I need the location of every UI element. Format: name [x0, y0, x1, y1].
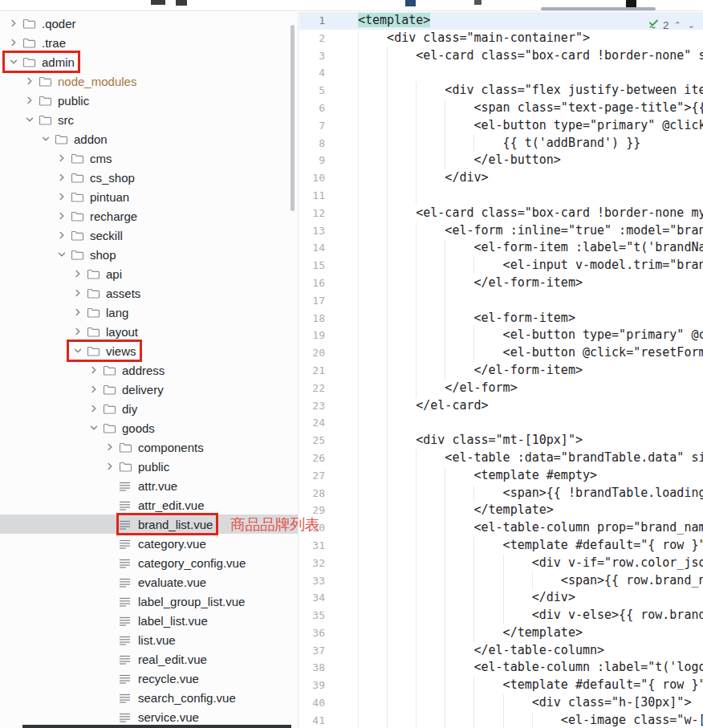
code-line[interactable]: 18<el-form-item>	[299, 310, 703, 327]
tree-item-assets[interactable]: assets	[0, 283, 298, 303]
tree-item-search_config.vue[interactable]: search_config.vue	[0, 688, 298, 707]
tree-item-category.vue[interactable]: category.vue	[0, 534, 298, 553]
code-line[interactable]: 21</el-form-item>	[299, 362, 703, 380]
chevron-down-icon[interactable]	[5, 57, 22, 67]
tree-item-label_group_list.vue[interactable]: label_group_list.vue	[0, 592, 298, 611]
tree-item-delivery[interactable]: delivery	[0, 380, 298, 399]
code-line[interactable]: 20<el-button @click="resetForm(s	[299, 344, 703, 362]
code-line[interactable]: 28<span>{{ !brandTable.loading ?	[299, 485, 703, 502]
code-line[interactable]: 16</el-form-item>	[299, 275, 703, 292]
horizontal-scrollbar-thumb[interactable]	[541, 7, 656, 10]
code-line[interactable]: 7<el-button type="primary" @click="addB	[299, 117, 703, 135]
code-line[interactable]: 27<template #empty>	[299, 467, 703, 485]
chevron-right-icon[interactable]	[21, 96, 39, 105]
code-line[interactable]: 34</div>	[299, 589, 703, 607]
code-line[interactable]: 22</el-form>	[299, 380, 703, 397]
chevron-right-icon[interactable]	[101, 442, 119, 452]
code-line[interactable]: 41<el-image class="w-[30	[299, 712, 703, 728]
code-line[interactable]: 4	[299, 64, 703, 82]
code-line[interactable]: 6<span class="text-page-title">{{ pageN	[299, 100, 703, 117]
chevron-down-icon[interactable]	[69, 346, 87, 356]
tree-item-lang[interactable]: lang	[0, 303, 298, 322]
tree-item-pintuan[interactable]: pintuan	[0, 187, 298, 206]
tree-item-cms[interactable]: cms	[0, 148, 298, 168]
tree-item-attr.vue[interactable]: attr.vue	[0, 476, 298, 495]
tree-item-service.vue[interactable]: service.vue	[0, 707, 298, 726]
chevron-right-icon[interactable]	[53, 230, 71, 240]
code-line[interactable]: 24	[299, 414, 703, 432]
code-line[interactable]: 2<div class="main-container">	[299, 30, 703, 47]
code-line[interactable]: 33<span>{{ row.brand_nam	[299, 572, 703, 590]
code-line[interactable]: 3<el-card class="box-card !border-none" …	[299, 47, 703, 65]
code-line[interactable]: 38<el-table-column :label="t('logo')	[299, 659, 703, 677]
code-line[interactable]: 26<el-table :data="brandTable.data" size	[299, 449, 703, 467]
tree-item-shop[interactable]: shop	[0, 245, 298, 264]
tree-item-.qoder[interactable]: .qoder	[0, 14, 298, 33]
code-line[interactable]: 31<template #default="{ row }">	[299, 537, 703, 555]
tree-item-cs_shop[interactable]: cs_shop	[0, 168, 298, 187]
tree-item-seckill[interactable]: seckill	[0, 226, 298, 245]
chevron-down-icon[interactable]	[85, 423, 103, 433]
code-line[interactable]: 23</el-card>	[299, 397, 703, 415]
code-line[interactable]: 1<template>	[299, 12, 703, 30]
code-line[interactable]: 30<el-table-column prop="brand_name"	[299, 519, 703, 537]
chevron-down-icon[interactable]	[21, 115, 39, 124]
code-line[interactable]: 17	[299, 292, 703, 310]
tree-item-recharge[interactable]: recharge	[0, 206, 298, 226]
chevron-down-icon[interactable]	[53, 250, 71, 259]
chevron-down-icon[interactable]	[37, 134, 55, 144]
code-line[interactable]: 14<el-form-item :label="t('brandName	[299, 239, 703, 257]
tree-item-.trae[interactable]: .trae	[0, 33, 298, 52]
tree-item-category_config.vue[interactable]: category_config.vue	[0, 553, 298, 572]
code-line[interactable]: 40<div class="h-[30px]">	[299, 694, 703, 712]
code-line[interactable]: 13<el-form :inline="true" :model="brandT	[299, 222, 703, 240]
chevron-right-icon[interactable]	[69, 327, 87, 336]
tree-item-node_modules[interactable]: node_modules	[0, 71, 298, 91]
tree-item-src[interactable]: src	[0, 110, 298, 129]
code-line[interactable]: 37</el-table-column>	[299, 642, 703, 660]
code-line[interactable]: 10</div>	[299, 169, 703, 187]
tree-item-api[interactable]: api	[0, 264, 298, 283]
tree-item-diy[interactable]: diy	[0, 399, 298, 418]
code-line[interactable]: 15<el-input v-model.trim="brandT	[299, 257, 703, 275]
tree-item-layout[interactable]: layout	[0, 322, 298, 341]
tree-item-attr_edit.vue[interactable]: attr_edit.vue	[0, 495, 298, 514]
code-line[interactable]: 32<div v-if="row.color_json"	[299, 555, 703, 572]
chevron-right-icon[interactable]	[21, 76, 39, 86]
code-line[interactable]: 35<div v-else>{{ row.brand_n	[299, 607, 703, 624]
tree-item-admin[interactable]: admin	[0, 52, 298, 71]
code-area[interactable]: 1<template>2<div class="main-container">…	[299, 12, 703, 728]
chevron-right-icon[interactable]	[101, 462, 119, 471]
code-line[interactable]: 39<template #default="{ row }">	[299, 677, 703, 694]
chevron-right-icon[interactable]	[53, 211, 71, 221]
code-line[interactable]: 12<el-card class="box-card !border-none …	[299, 205, 703, 222]
code-line[interactable]: 8{{ t('addBrand') }}	[299, 135, 703, 153]
code-line[interactable]: 5<div class="flex justify-between items-…	[299, 82, 703, 100]
tree-item-public[interactable]: public	[0, 457, 298, 476]
tree-item-addon[interactable]: addon	[0, 129, 298, 148]
chevron-right-icon[interactable]	[5, 18, 22, 28]
code-editor[interactable]: 2 ⌃ ⌄ 1<template>2<div class="main-conta…	[299, 12, 703, 728]
chevron-right-icon[interactable]	[85, 404, 103, 413]
chevron-right-icon[interactable]	[69, 307, 87, 317]
tree-item-brand_list.vue[interactable]: brand_list.vue	[0, 514, 298, 534]
chevron-right-icon[interactable]	[69, 288, 87, 298]
tree-item-list.vue[interactable]: list.vue	[0, 630, 298, 649]
tree-item-evaluate.vue[interactable]: evaluate.vue	[0, 572, 298, 592]
code-line[interactable]: 25<div class="mt-[10px]">	[299, 432, 703, 449]
prev-problem-button[interactable]: ⌃	[673, 21, 683, 30]
tree-item-public[interactable]: public	[0, 91, 298, 110]
chevron-right-icon[interactable]	[5, 38, 22, 47]
code-line[interactable]: 11	[299, 187, 703, 205]
tree-item-real_edit.vue[interactable]: real_edit.vue	[0, 649, 298, 669]
tree-item-views[interactable]: views	[0, 341, 298, 360]
tree-vertical-scrollbar-thumb[interactable]	[291, 25, 295, 211]
chevron-right-icon[interactable]	[85, 365, 103, 375]
chevron-right-icon[interactable]	[85, 384, 103, 394]
tree-item-recycle.vue[interactable]: recycle.vue	[0, 669, 298, 688]
code-line[interactable]: 19<el-button type="primary" @cli	[299, 327, 703, 344]
chevron-right-icon[interactable]	[69, 269, 87, 279]
chevron-right-icon[interactable]	[53, 153, 71, 163]
code-line[interactable]: 36</template>	[299, 624, 703, 642]
code-line[interactable]: 9</el-button>	[299, 152, 703, 169]
